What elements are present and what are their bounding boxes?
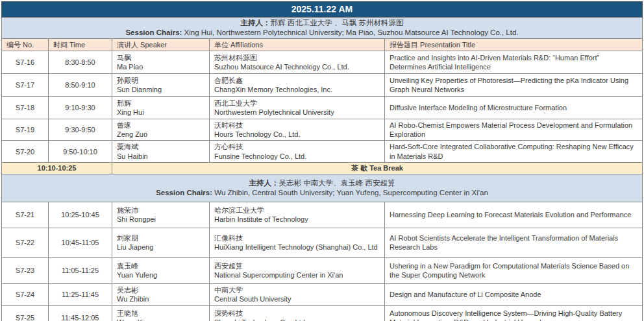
session1-chairs-row: 主持人：邢辉 西北工业大学 、马飘 苏州材科源图 Session Chairs:…	[2, 18, 643, 39]
speaker-name-cn: 王晓旭	[117, 309, 204, 318]
chairs-en-text: Xing Hui, Northwestern Polytechnical Uni…	[182, 29, 518, 36]
session-no-cell: S7-20	[2, 141, 49, 163]
time-cell: 8:30-8:50	[49, 51, 112, 73]
presentation-title-cell: Autonomous Discovery Intelligence System…	[385, 305, 643, 321]
speaker-name-cn: 吴志彬	[117, 285, 204, 294]
session-no-cell: S7-24	[2, 283, 49, 305]
speaker-cell: 施荣沛Shi Rongpei	[112, 202, 210, 228]
affiliation-en: HuiXiang Intelligent Technology (Shangha…	[214, 243, 380, 252]
presentation-title-cell: Harnessing Deep Learning to Forecast Mat…	[385, 202, 643, 228]
schedule-table: 2025.11.22 AM 主持人：邢辉 西北工业大学 、马飘 苏州材科源图 S…	[1, 1, 643, 321]
row-s7-22: S7-22 10:45-11:05 刘家朋Liu Jiapeng 汇像科技Hui…	[2, 228, 643, 257]
affiliation-cn: 深势科技	[214, 309, 380, 318]
speaker-name-en: Wu Zhibin	[117, 294, 204, 303]
affiliation-en: Central South University	[214, 294, 380, 303]
speaker-name-en: Shi Rongpei	[117, 215, 204, 224]
presentation-title-cell: Practice and Insights into AI-Driven Mat…	[385, 51, 643, 73]
presentation-title-cell: Diffusive Interface Modeling of Microstr…	[385, 96, 643, 119]
session-no-cell: S7-22	[2, 228, 49, 257]
time-cell: 10:25-10:45	[49, 202, 112, 228]
affiliation-cell: 汇像科技HuiXiang Intelligent Technology (Sha…	[210, 228, 385, 257]
speaker-cell: 马飘Ma Piao	[112, 51, 210, 73]
speaker-name-cn: 袁玉峰	[117, 261, 204, 270]
col-header-affiliation: 单位 Affiliations	[210, 38, 385, 51]
row-s7-24: S7-24 11:25-11:45 吴志彬Wu Zhibin 中南大学Centr…	[2, 283, 643, 305]
col-header-time: 时间 Time	[49, 38, 112, 51]
speaker-name-en: Zeng Zuo	[117, 130, 204, 139]
row-s7-16: S7-16 8:30-8:50 马飘Ma Piao 苏州材科源图Suzhou M…	[2, 51, 643, 73]
affiliation-cn: 沃时科技	[214, 121, 380, 130]
affiliation-cn: 方心科技	[214, 142, 380, 151]
col-header-title: 报告题目 Presentation Title	[385, 38, 643, 51]
affiliation-cn: 西北工业大学	[214, 99, 380, 108]
session-no-cell: S7-23	[2, 257, 49, 283]
time-cell: 9:50-10:10	[49, 141, 112, 163]
row-s7-23: S7-23 11:05-11:25 袁玉峰Yuan Yufeng 西安超算Nat…	[2, 257, 643, 283]
speaker-name-cn: 邢辉	[117, 99, 204, 108]
affiliation-cell: 西北工业大学Northwestern Polytechnical Univers…	[210, 96, 385, 119]
speaker-name-en: Wang Xiaoxu	[117, 318, 204, 321]
speaker-name-cn: 粟海斌	[117, 142, 204, 151]
date-title: 2025.11.22 AM	[2, 2, 643, 18]
affiliation-cn: 中南大学	[214, 285, 380, 294]
affiliation-en: Funsine Technology Co., Ltd.	[214, 152, 380, 161]
time-cell: 10:45-11:05	[49, 228, 112, 257]
presentation-title-cell: AI Robo-Chemist Empowers Material Proces…	[385, 119, 643, 141]
session2-chairs-row: 主持人：吴志彬 中南大学、袁玉峰 西安超算 Session Chairs: Wu…	[2, 174, 643, 202]
presentation-title-cell: AI Robot Scientists Accelerate the Intel…	[385, 228, 643, 257]
session-no-cell: S7-17	[2, 73, 49, 96]
session-no-cell: S7-16	[2, 51, 49, 73]
speaker-name-en: Xing Hui	[117, 108, 204, 117]
time-cell: 11:05-11:25	[49, 257, 112, 283]
affiliation-cell: 深势科技Shenshi Technology Co., Ltd.	[210, 305, 385, 321]
chairs-cn-text: 吴志彬 中南大学、袁玉峰 西安超算	[279, 179, 395, 187]
speaker-name-cn: 刘家朋	[117, 233, 204, 243]
column-header-row: 编号 No. 时间 Time 演讲人 Speaker 单位 Affiliatio…	[2, 38, 643, 51]
presentation-title-cell: Unveiling Key Properties of Photoresist—…	[385, 73, 643, 96]
speaker-cell: 王晓旭Wang Xiaoxu	[112, 305, 210, 321]
speaker-name-cn: 马飘	[117, 53, 204, 62]
speaker-name-cn: 曾琢	[117, 121, 204, 130]
chairs-cn-line: 主持人：吴志彬 中南大学、袁玉峰 西安超算	[6, 178, 638, 188]
chairs-cn-text: 邢辉 西北工业大学 、马飘 苏州材科源图	[270, 19, 403, 27]
col-header-speaker: 演讲人 Speaker	[112, 38, 210, 51]
affiliation-cell: 苏州材科源图Suzhou Matsource AI Technology Co.…	[210, 51, 385, 73]
row-s7-20: S7-20 9:50-10:10 粟海斌Su Haibin 方心科技Funsin…	[2, 141, 643, 163]
conference-schedule: 2025.11.22 AM 主持人：邢辉 西北工业大学 、马飘 苏州材科源图 S…	[0, 0, 644, 321]
speaker-name-en: Yuan Yufeng	[117, 270, 204, 279]
chairs-cn-label: 主持人：	[249, 179, 279, 187]
chairs-en-line: Session Chairs: Wu Zhibin, Central South…	[6, 188, 638, 198]
time-cell: 9:30-9:50	[49, 119, 112, 141]
affiliation-cn: 苏州材科源图	[214, 53, 380, 62]
chairs-en-text: Wu Zhibin, Central South University; Yua…	[212, 189, 488, 196]
session-no-cell: S7-25	[2, 305, 49, 321]
tea-break-time: 10:10-10:25	[2, 163, 112, 174]
time-cell: 11:25-11:45	[49, 283, 112, 305]
affiliation-cell: 哈尔滨工业大学Harbin Institute of Technology	[210, 202, 385, 228]
row-s7-17: S7-17 8:50-9:10 孙殿明Sun Dianming 合肥长鑫Chan…	[2, 73, 643, 96]
chairs-en-line: Session Chairs: Xing Hui, Northwestern P…	[6, 28, 638, 38]
row-s7-21: S7-21 10:25-10:45 施荣沛Shi Rongpei 哈尔滨工业大学…	[2, 202, 643, 228]
session-no-cell: S7-18	[2, 96, 49, 119]
session-no-cell: S7-21	[2, 202, 49, 228]
speaker-name-cn: 施荣沛	[117, 206, 204, 215]
affiliation-en: National Supercomputing Center in Xi'an	[214, 270, 380, 279]
affiliation-cn: 哈尔滨工业大学	[214, 206, 380, 215]
session-no-cell: S7-19	[2, 119, 49, 141]
chairs-cn-line: 主持人：邢辉 西北工业大学 、马飘 苏州材科源图	[6, 18, 638, 28]
affiliation-cn: 西安超算	[214, 261, 380, 270]
affiliation-en: Shenshi Technology Co., Ltd.	[214, 318, 380, 321]
speaker-name-en: Su Haibin	[117, 152, 204, 161]
speaker-cell: 吴志彬Wu Zhibin	[112, 283, 210, 305]
presentation-title-cell: Design and Manufacture of Li Composite A…	[385, 283, 643, 305]
affiliation-en: Suzhou Matsource AI Technology Co., Ltd.	[214, 62, 380, 71]
time-cell: 11:45-12:05	[49, 305, 112, 321]
affiliation-cell: 方心科技Funsine Technology Co., Ltd.	[210, 141, 385, 163]
chairs-cn-label: 主持人：	[240, 19, 270, 27]
presentation-title-cell: Ushering in a New Paradigm for Computati…	[385, 257, 643, 283]
row-s7-18: S7-18 9:10-9:30 邢辉Xing Hui 西北工业大学Northwe…	[2, 96, 643, 119]
speaker-name-en: Ma Piao	[117, 62, 204, 71]
affiliation-en: ChangXin Memory Technologies, Inc.	[214, 85, 380, 94]
tea-break-label: 茶 歇 Tea Break	[112, 163, 643, 174]
speaker-cell: 孙殿明Sun Dianming	[112, 73, 210, 96]
